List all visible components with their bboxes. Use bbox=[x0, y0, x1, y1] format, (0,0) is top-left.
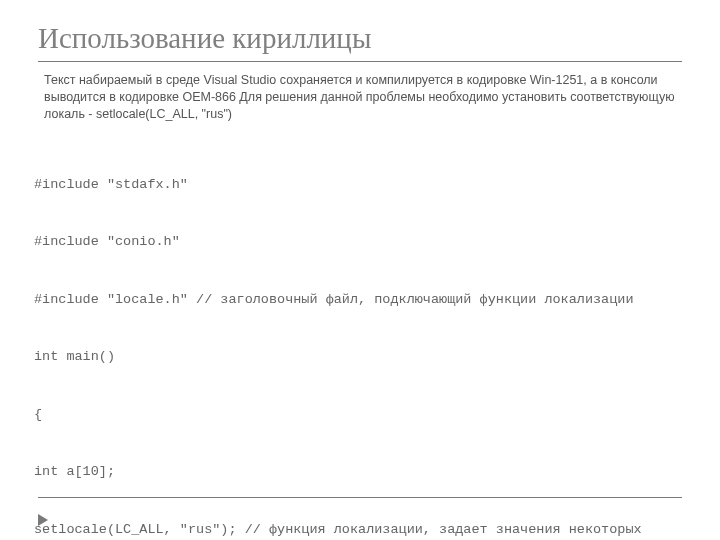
code-line: { bbox=[34, 405, 682, 424]
page-title: Использование кириллицы bbox=[38, 22, 682, 55]
divider-top bbox=[38, 61, 682, 62]
intro-paragraph: Текст набираемый в среде Visual Studio с… bbox=[38, 72, 682, 123]
code-line: #include "stdafx.h" bbox=[34, 175, 682, 194]
slide: Использование кириллицы Текст набираемый… bbox=[0, 0, 720, 540]
code-line: int a[10]; bbox=[34, 462, 682, 481]
code-block: #include "stdafx.h" #include "conio.h" #… bbox=[20, 137, 682, 540]
code-line: #include "locale.h" // заголовочный файл… bbox=[34, 290, 682, 309]
code-line: int main() bbox=[34, 347, 682, 366]
divider-bottom bbox=[38, 497, 682, 498]
arrow-icon bbox=[38, 514, 48, 526]
code-line: setlocale(LC_ALL, "rus"); // функция лок… bbox=[34, 520, 682, 540]
code-line: #include "conio.h" bbox=[34, 232, 682, 251]
